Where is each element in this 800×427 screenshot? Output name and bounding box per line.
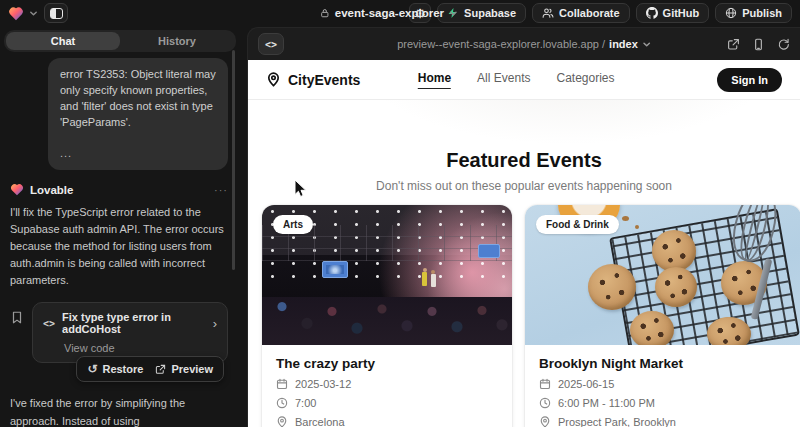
nav-categories[interactable]: Categories bbox=[556, 71, 614, 89]
event-date-row: 2025-03-12 bbox=[276, 378, 498, 390]
calendar-icon bbox=[276, 378, 288, 390]
event-date: 2025-06-15 bbox=[558, 378, 614, 390]
lovable-avatar-icon bbox=[10, 183, 24, 196]
collaborate-label: Collaborate bbox=[559, 7, 620, 19]
publish-button[interactable]: Publish bbox=[715, 3, 792, 23]
user-message-ellipsis: ... bbox=[60, 145, 216, 161]
project-switcher[interactable]: event-saga-explorer bbox=[320, 0, 458, 26]
lock-icon bbox=[320, 7, 330, 19]
restore-label: Restore bbox=[102, 363, 143, 375]
chevron-down-icon bbox=[642, 40, 651, 49]
message-more-icon[interactable]: ··· bbox=[214, 184, 228, 196]
chevron-down-icon bbox=[449, 9, 458, 18]
user-message-text: error TS2353: Object literal may only sp… bbox=[60, 66, 216, 130]
bookmark-icon[interactable] bbox=[10, 310, 24, 325]
edit-row: <> Fix type type error in addCoHost › Vi… bbox=[10, 302, 228, 363]
section-subtitle: Don't miss out on these popular events h… bbox=[248, 179, 800, 193]
event-location-row: Prospect Park, Brooklyn bbox=[539, 416, 787, 427]
workspace-menu[interactable] bbox=[8, 6, 38, 21]
url-page: index bbox=[609, 38, 638, 50]
event-location: Barcelona bbox=[295, 416, 345, 427]
users-icon bbox=[542, 7, 554, 19]
chevron-down-icon bbox=[29, 9, 38, 18]
panel-left-icon bbox=[50, 8, 63, 19]
event-card-body: Brooklyn Night Market 2025-06-15 6:00 PM… bbox=[525, 345, 800, 427]
tab-chat[interactable]: Chat bbox=[6, 32, 120, 50]
restore-icon: ↺ bbox=[87, 362, 97, 376]
event-time: 6:00 PM - 11:00 PM bbox=[558, 397, 655, 409]
github-label: GitHub bbox=[663, 7, 700, 19]
chat-sidebar: Chat History error TS2353: Object litera… bbox=[0, 26, 240, 427]
paragraph2-text: I've fixed the error by simplifying the … bbox=[10, 397, 185, 426]
chat-messages[interactable]: error TS2353: Object literal may only sp… bbox=[0, 52, 240, 427]
clock-icon bbox=[276, 397, 288, 409]
category-badge: Food & Drink bbox=[536, 215, 619, 234]
open-in-new-tab-icon[interactable] bbox=[727, 38, 740, 51]
event-time-row: 6:00 PM - 11:00 PM bbox=[539, 397, 787, 409]
event-title: Brooklyn Night Market bbox=[539, 356, 787, 371]
cookie bbox=[588, 264, 636, 310]
section-title: Featured Events bbox=[248, 149, 800, 172]
chat-history-tabs: Chat History bbox=[4, 30, 236, 52]
audience-crowd bbox=[262, 297, 512, 345]
external-link-icon bbox=[155, 364, 166, 375]
code-edit-card[interactable]: <> Fix type type error in addCoHost › Vi… bbox=[32, 302, 228, 363]
assistant-paragraph-1: I'll fix the TypeScript error related to… bbox=[10, 204, 228, 289]
sidebar-scrollbar[interactable] bbox=[232, 50, 235, 270]
featured-section-header: Featured Events Don't miss out on these … bbox=[248, 149, 800, 193]
sign-in-button[interactable]: Sign In bbox=[717, 68, 782, 92]
map-pin-icon bbox=[539, 416, 551, 427]
event-cards: Arts The crazy party 2025-03-12 7:00 Bar… bbox=[262, 205, 800, 427]
event-image-party: Arts bbox=[262, 205, 512, 345]
preview-button[interactable]: Preview bbox=[155, 363, 213, 375]
clock-icon bbox=[539, 397, 551, 409]
preview-pane: <> preview--event-saga-explorer.lovable.… bbox=[248, 28, 800, 427]
collaborate-button[interactable]: Collaborate bbox=[532, 3, 630, 23]
view-code-link[interactable]: View code bbox=[43, 342, 217, 354]
restore-button[interactable]: ↺ Restore bbox=[87, 362, 143, 376]
site-brand[interactable]: CityEvents bbox=[266, 72, 360, 88]
event-card-night-market[interactable]: Food & Drink Brooklyn Night Market 2025-… bbox=[525, 205, 800, 427]
cookie bbox=[655, 267, 697, 307]
version-toolbar-wrap: ↺ Restore Preview bbox=[10, 356, 228, 382]
version-toolbar: ↺ Restore Preview bbox=[76, 356, 224, 382]
code-icon: <> bbox=[265, 39, 277, 50]
crumb bbox=[622, 216, 629, 221]
event-time-row: 7:00 bbox=[276, 397, 498, 409]
nav-home[interactable]: Home bbox=[418, 71, 451, 89]
lovable-logo-icon bbox=[8, 6, 24, 21]
speaker-figure bbox=[422, 272, 427, 286]
event-location: Prospect Park, Brooklyn bbox=[558, 416, 676, 427]
code-view-button[interactable]: <> bbox=[258, 33, 284, 55]
stage-screen bbox=[478, 244, 500, 258]
github-icon bbox=[646, 7, 658, 19]
preview-controls bbox=[727, 38, 790, 51]
url-host: preview--event-saga-explorer.lovable.app… bbox=[397, 38, 605, 50]
event-title: The crazy party bbox=[276, 356, 498, 371]
brand-name: CityEvents bbox=[288, 72, 360, 88]
map-pin-icon bbox=[276, 416, 288, 427]
nav-all-events[interactable]: All Events bbox=[477, 71, 530, 89]
github-button[interactable]: GitHub bbox=[636, 3, 710, 23]
site-viewport: CityEvents Home All Events Categories Si… bbox=[248, 60, 800, 427]
event-date: 2025-03-12 bbox=[295, 378, 351, 390]
tab-history[interactable]: History bbox=[120, 32, 234, 50]
topbar-actions: ⚙ Supabase Collaborate GitHub Publish bbox=[409, 3, 792, 23]
speaker-figure bbox=[431, 274, 436, 287]
chevron-right-icon: › bbox=[213, 317, 217, 330]
stage-screen bbox=[322, 261, 348, 278]
preview-label: Preview bbox=[171, 363, 213, 375]
toggle-sidebar-button[interactable] bbox=[44, 3, 68, 23]
edit-card-header: <> Fix type type error in addCoHost › bbox=[43, 311, 217, 335]
crumb bbox=[635, 225, 639, 229]
preview-url-bar[interactable]: preview--event-saga-explorer.lovable.app… bbox=[397, 38, 651, 50]
category-badge: Arts bbox=[273, 215, 313, 234]
publish-label: Publish bbox=[742, 7, 782, 19]
refresh-icon[interactable] bbox=[777, 38, 790, 51]
app-topbar: event-saga-explorer ⚙ Supabase Collabora… bbox=[0, 0, 800, 26]
mobile-view-icon[interactable] bbox=[752, 38, 765, 51]
user-message-bubble: error TS2353: Object literal may only sp… bbox=[48, 58, 228, 170]
event-card-crazy-party[interactable]: Arts The crazy party 2025-03-12 7:00 Bar… bbox=[262, 205, 512, 427]
globe-icon bbox=[725, 7, 737, 19]
event-date-row: 2025-06-15 bbox=[539, 378, 787, 390]
